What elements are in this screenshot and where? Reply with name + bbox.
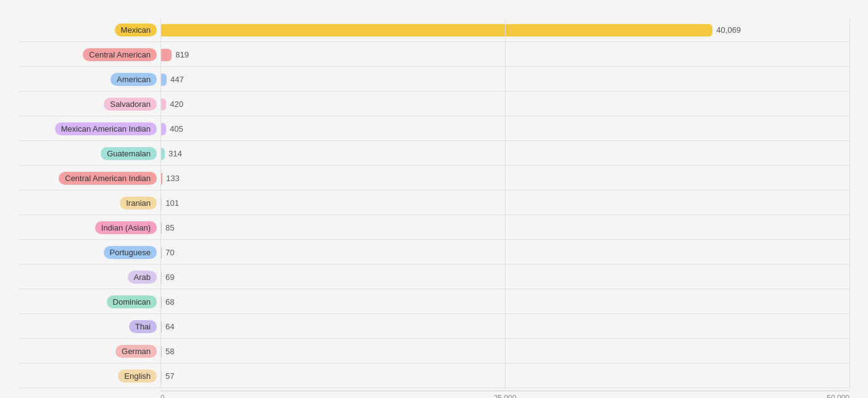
bar-value-label: 70 — [165, 248, 174, 257]
bar-label: Guatemalan — [101, 147, 157, 160]
bar-row: Mexican American Indian405 — [19, 117, 849, 141]
x-tick: 50,000 — [827, 394, 849, 398]
bar-row: Portuguese70 — [19, 241, 849, 265]
bar-label: Central American — [83, 48, 157, 61]
bar-label: German — [115, 345, 157, 358]
bar-value-label: 420 — [170, 100, 183, 109]
bar-label: Central American Indian — [59, 172, 157, 185]
chart-area: Mexican40,069Central American819American… — [19, 19, 849, 398]
bar-row: Thai64 — [19, 315, 849, 339]
bar-row: Dominican68 — [19, 290, 849, 314]
bar-row: Salvadoran420 — [19, 93, 849, 116]
x-axis: 025,00050,000 — [161, 391, 849, 398]
bar-value-label: 405 — [170, 124, 183, 133]
bar-value-label: 133 — [166, 174, 180, 183]
bar-value-label: 58 — [165, 347, 174, 356]
bar-value-label: 101 — [165, 198, 179, 208]
bar-value-label: 64 — [165, 322, 174, 331]
bar-label: Salvadoran — [104, 98, 157, 111]
bar-label: Iranian — [120, 197, 157, 210]
bar-row: Indian (Asian)85 — [19, 216, 849, 240]
bar-label: Thai — [129, 320, 157, 333]
bar-row: Arab69 — [19, 266, 849, 289]
bar-row: Central American819 — [19, 43, 849, 67]
bar-row: German58 — [19, 340, 849, 363]
bar — [161, 247, 162, 259]
bar-value-label: 85 — [165, 223, 174, 232]
bar-value-label: 68 — [165, 297, 174, 307]
bar — [161, 98, 166, 111]
bar — [161, 321, 162, 333]
bar — [161, 148, 165, 160]
chart-body: Mexican40,069Central American819American… — [19, 19, 849, 388]
bar-row: English57 — [19, 365, 849, 388]
bar-row: American447 — [19, 68, 849, 91]
bar-label: Mexican American Indian — [55, 122, 157, 135]
bar — [161, 345, 162, 358]
bar-row: Central American Indian133 — [19, 167, 849, 190]
bar-row: Iranian101 — [19, 192, 849, 215]
bar — [161, 222, 162, 234]
x-tick: 0 — [161, 394, 165, 398]
bar-value-label: 57 — [165, 371, 174, 381]
bar — [161, 370, 162, 383]
bar-label: Indian (Asian) — [95, 221, 157, 234]
bar-value-label: 447 — [170, 75, 184, 84]
bar-value-label: 69 — [165, 273, 174, 282]
bar — [161, 49, 172, 61]
bar — [161, 123, 166, 135]
bar-label: English — [118, 370, 157, 383]
bar-row: Mexican40,069 — [19, 19, 849, 42]
bar — [161, 24, 712, 36]
bar-label: Mexican — [115, 23, 157, 36]
bar-label: Portuguese — [104, 246, 157, 259]
bar-label: American — [111, 73, 157, 86]
bar-label: Dominican — [107, 295, 157, 308]
bar-row: Guatemalan314 — [19, 142, 849, 166]
grid-line — [849, 19, 850, 388]
bar-value-label: 314 — [169, 149, 182, 158]
bar — [161, 172, 162, 185]
bar — [161, 271, 162, 284]
bar — [161, 74, 167, 86]
bar — [161, 197, 162, 210]
bar-value-label: 819 — [175, 50, 189, 59]
x-tick: 25,000 — [494, 394, 517, 398]
bar-value-label: 40,069 — [716, 25, 741, 35]
bar-label: Arab — [128, 271, 157, 284]
bar — [161, 296, 162, 308]
